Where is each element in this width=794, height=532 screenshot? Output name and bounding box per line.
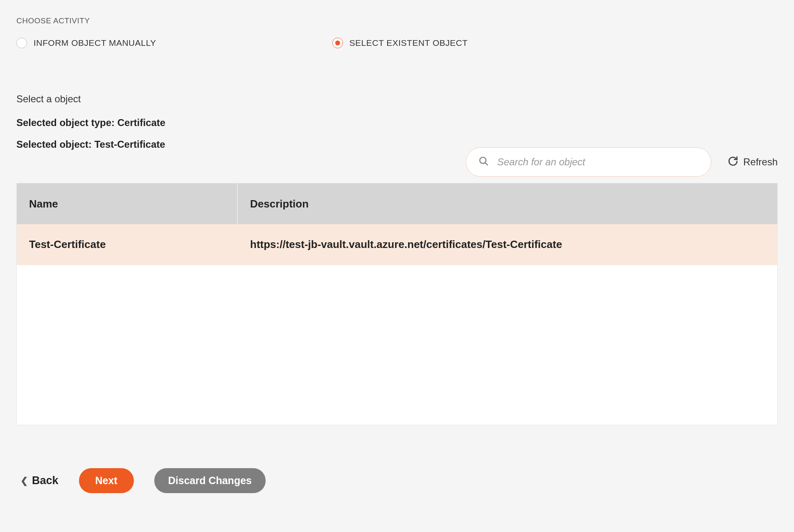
radio-inform-manual[interactable]: INFORM OBJECT MANUALLY — [16, 38, 156, 48]
radio-select-existent[interactable]: SELECT EXISTENT OBJECT — [332, 38, 468, 48]
search-icon — [478, 156, 489, 168]
svg-point-0 — [480, 157, 486, 163]
radio-select-existent-label: SELECT EXISTENT OBJECT — [350, 38, 468, 48]
object-table: Name Description Test-Certificate https:… — [16, 183, 778, 425]
radio-inform-manual-label: INFORM OBJECT MANUALLY — [34, 38, 156, 48]
table-empty-space — [17, 265, 777, 425]
select-object-heading: Select a object — [16, 93, 778, 105]
table-header: Name Description — [17, 183, 777, 224]
back-button[interactable]: ❮ Back — [20, 474, 59, 487]
radio-inform-manual-circle — [16, 38, 27, 48]
table-cell-description: https://test-jb-vault.vault.azure.net/ce… — [238, 238, 777, 251]
discard-changes-button[interactable]: Discard Changes — [154, 468, 266, 493]
back-label: Back — [32, 474, 59, 487]
refresh-icon — [728, 156, 738, 168]
chevron-left-icon: ❮ — [20, 476, 28, 486]
search-input[interactable] — [497, 156, 699, 168]
next-button[interactable]: Next — [79, 468, 134, 493]
selected-object-type: Selected object type: Certificate — [16, 117, 778, 128]
choose-activity-label: CHOOSE ACTIVITY — [16, 16, 778, 25]
search-container[interactable] — [466, 147, 711, 177]
svg-line-1 — [485, 162, 488, 165]
table-header-name: Name — [17, 183, 238, 224]
refresh-label: Refresh — [743, 156, 778, 168]
table-cell-name: Test-Certificate — [17, 238, 238, 251]
table-header-description: Description — [238, 198, 777, 210]
radio-select-existent-circle — [332, 38, 343, 48]
refresh-button[interactable]: Refresh — [728, 156, 778, 168]
activity-radio-group: INFORM OBJECT MANUALLY SELECT EXISTENT O… — [16, 38, 778, 48]
footer-actions: ❮ Back Next Discard Changes — [16, 468, 778, 493]
table-row[interactable]: Test-Certificate https://test-jb-vault.v… — [17, 224, 777, 265]
